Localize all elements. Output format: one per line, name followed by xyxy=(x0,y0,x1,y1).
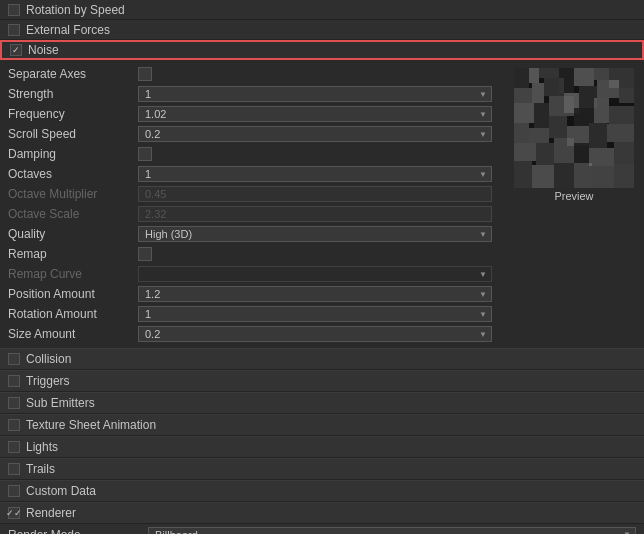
render-mode-row: Render Mode Billboard xyxy=(0,524,644,534)
external-forces-label: External Forces xyxy=(26,23,110,37)
octave-multiplier-row: Octave Multiplier 0.45 xyxy=(0,184,500,204)
quality-row: Quality High (3D) xyxy=(0,224,500,244)
size-amount-input[interactable]: 0.2 xyxy=(138,326,492,342)
renderer-checkbox[interactable]: ✓ xyxy=(8,507,20,519)
preview-area: Preview xyxy=(504,64,644,344)
octaves-label: Octaves xyxy=(8,167,138,181)
external-forces-item[interactable]: External Forces xyxy=(0,20,644,40)
triggers-item[interactable]: Triggers xyxy=(0,370,644,392)
custom-data-checkbox[interactable] xyxy=(8,485,20,497)
collision-checkbox[interactable] xyxy=(8,353,20,365)
noise-header[interactable]: ✓ Noise xyxy=(0,40,644,60)
texture-sheet-animation-label: Texture Sheet Animation xyxy=(26,418,156,432)
scroll-speed-row: Scroll Speed 0.2 xyxy=(0,124,500,144)
frequency-row: Frequency 1.02 xyxy=(0,104,500,124)
octaves-input[interactable]: 1 xyxy=(138,166,492,182)
scroll-speed-label: Scroll Speed xyxy=(8,127,138,141)
noise-label: Noise xyxy=(28,43,59,57)
renderer-item[interactable]: ✓ Renderer xyxy=(0,502,644,524)
svg-rect-40 xyxy=(514,68,634,188)
rotation-amount-row: Rotation Amount 1 xyxy=(0,304,500,324)
render-mode-label: Render Mode xyxy=(8,528,148,535)
frequency-label: Frequency xyxy=(8,107,138,121)
scroll-speed-input[interactable]: 0.2 xyxy=(138,126,492,142)
trails-label: Trails xyxy=(26,462,55,476)
lights-checkbox[interactable] xyxy=(8,441,20,453)
frequency-input[interactable]: 1.02 xyxy=(138,106,492,122)
noise-preview-image xyxy=(514,68,634,188)
quality-label: Quality xyxy=(8,227,138,241)
preview-label: Preview xyxy=(554,190,593,202)
strength-row: Strength 1 xyxy=(0,84,500,104)
octave-multiplier-input: 0.45 xyxy=(138,186,492,202)
rotation-amount-input[interactable]: 1 xyxy=(138,306,492,322)
collision-label: Collision xyxy=(26,352,71,366)
lights-item[interactable]: Lights xyxy=(0,436,644,458)
size-amount-label: Size Amount xyxy=(8,327,138,341)
octaves-row: Octaves 1 xyxy=(0,164,500,184)
quality-dropdown[interactable]: High (3D) xyxy=(138,226,492,242)
sub-emitters-item[interactable]: Sub Emitters xyxy=(0,392,644,414)
position-amount-input[interactable]: 1.2 xyxy=(138,286,492,302)
octave-scale-row: Octave Scale 2.32 xyxy=(0,204,500,224)
separate-axes-row: Separate Axes xyxy=(0,64,500,84)
remap-curve-input xyxy=(138,266,492,282)
external-forces-checkbox[interactable] xyxy=(8,24,20,36)
rotation-by-speed-item[interactable]: Rotation by Speed xyxy=(0,0,644,20)
position-amount-label: Position Amount xyxy=(8,287,138,301)
triggers-checkbox[interactable] xyxy=(8,375,20,387)
texture-sheet-animation-item[interactable]: Texture Sheet Animation xyxy=(0,414,644,436)
render-mode-dropdown[interactable]: Billboard xyxy=(148,527,636,535)
collapsible-sections: Collision Triggers Sub Emitters Texture … xyxy=(0,348,644,534)
lights-label: Lights xyxy=(26,440,58,454)
rotation-amount-label: Rotation Amount xyxy=(8,307,138,321)
damping-checkbox[interactable] xyxy=(138,147,152,161)
remap-checkbox[interactable] xyxy=(138,247,152,261)
remap-curve-row: Remap Curve xyxy=(0,264,500,284)
renderer-label: Renderer xyxy=(26,506,76,520)
triggers-label: Triggers xyxy=(26,374,70,388)
size-amount-row: Size Amount 0.2 xyxy=(0,324,500,344)
custom-data-label: Custom Data xyxy=(26,484,96,498)
sub-emitters-checkbox[interactable] xyxy=(8,397,20,409)
damping-row: Damping xyxy=(0,144,500,164)
noise-checkbox[interactable]: ✓ xyxy=(10,44,22,56)
remap-label: Remap xyxy=(8,247,138,261)
noise-texture-svg xyxy=(514,68,634,188)
trails-item[interactable]: Trails xyxy=(0,458,644,480)
remap-curve-label: Remap Curve xyxy=(8,267,138,281)
rotation-by-speed-label: Rotation by Speed xyxy=(26,3,125,17)
strength-label: Strength xyxy=(8,87,138,101)
custom-data-item[interactable]: Custom Data xyxy=(0,480,644,502)
strength-input[interactable]: 1 xyxy=(138,86,492,102)
remap-row: Remap xyxy=(0,244,500,264)
collision-item[interactable]: Collision xyxy=(0,348,644,370)
octave-scale-input: 2.32 xyxy=(138,206,492,222)
noise-properties-area: Separate Axes Strength 1 Frequency 1.02 xyxy=(0,60,644,348)
damping-label: Damping xyxy=(8,147,138,161)
trails-checkbox[interactable] xyxy=(8,463,20,475)
separate-axes-checkbox[interactable] xyxy=(138,67,152,81)
position-amount-row: Position Amount 1.2 xyxy=(0,284,500,304)
texture-sheet-animation-checkbox[interactable] xyxy=(8,419,20,431)
separate-axes-label: Separate Axes xyxy=(8,67,138,81)
sub-emitters-label: Sub Emitters xyxy=(26,396,95,410)
properties-left: Separate Axes Strength 1 Frequency 1.02 xyxy=(0,64,504,344)
octave-multiplier-label: Octave Multiplier xyxy=(8,187,138,201)
octave-scale-label: Octave Scale xyxy=(8,207,138,221)
rotation-by-speed-checkbox[interactable] xyxy=(8,4,20,16)
